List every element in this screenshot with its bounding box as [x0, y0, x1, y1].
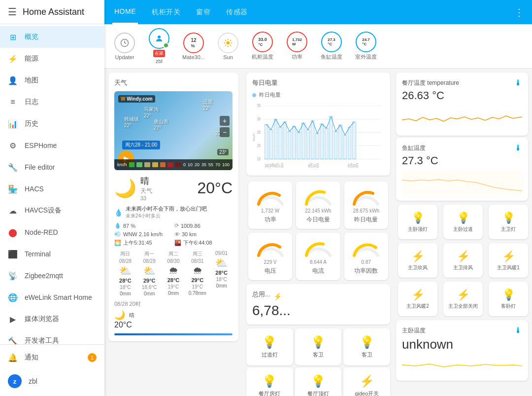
status-sun[interactable]: Sun — [216, 33, 240, 60]
dining-temp-title: 餐厅温度 temperature — [402, 79, 459, 87]
metric-current[interactable]: 8.644 A 电流 — [296, 233, 340, 280]
light-master-ceiling[interactable]: 💡 主卧顶灯 — [398, 205, 437, 239]
fc3-rain: 0.78mm — [189, 290, 206, 296]
guest-bath2-icon: 💡 — [360, 335, 374, 349]
dining-temp-value: 26.63 °C — [402, 89, 522, 102]
light-hallway[interactable]: 💡 过道灯 — [246, 328, 293, 365]
switch-master-heater1[interactable]: ⚡ 主卫风暖1 — [489, 243, 528, 278]
forecast-sub: 未来24小时多云 — [126, 213, 207, 219]
power-circle: 1,732W — [287, 32, 307, 52]
notifications-item[interactable]: 🔔 通知 1 — [0, 347, 104, 368]
light-guest-bath1[interactable]: 💡 客卫 — [295, 328, 342, 365]
switch-master-exhaust[interactable]: ⚡ 主卫排风 — [443, 243, 483, 278]
light-dining-roof[interactable]: 💡 餐厅顶灯 — [295, 367, 342, 396]
light-master-bath[interactable]: 💡 主卫灯 — [489, 205, 528, 239]
sidebar-item-ewelink[interactable]: 🌐 eWeLink Smart Home — [0, 287, 104, 308]
map-zoom-in[interactable]: + — [220, 116, 230, 126]
hamburger-icon[interactable]: ☰ — [8, 6, 17, 18]
status-updater[interactable]: Updater — [112, 33, 137, 60]
light-guest-bath2[interactable]: 💡 客卫 — [343, 328, 390, 365]
sidebar-item-log[interactable]: ≡ 日志 — [0, 91, 104, 113]
aqua-sparkline — [402, 170, 522, 195]
sidebar-item-devtools[interactable]: 🔨 开发者工具 — [0, 330, 104, 344]
outdoor-temp-circle: 24.7°C — [356, 32, 376, 52]
aqua-temp-title: 鱼缸温度 — [402, 144, 426, 152]
sidebar-label-terminal: Terminal — [25, 250, 51, 258]
forecast-day-0: 周日 08/28 ⛅ 28°C 18°C 0mm — [114, 251, 136, 296]
node-red-icon: ⬤ — [8, 227, 18, 237]
light-master-hall[interactable]: 💡 主卧过道 — [443, 205, 483, 239]
status-power[interactable]: 1,732W 功率 — [285, 32, 309, 61]
weather-icon: 🌙 — [114, 178, 136, 199]
light-guest-room[interactable]: 💡 客卧灯 — [489, 282, 528, 316]
svg-line-8 — [230, 45, 231, 46]
sidebar-item-energy[interactable]: ⚡ 能源 — [0, 48, 104, 70]
tab-curtain[interactable]: 窗帘 — [194, 0, 212, 24]
sidebar-item-map[interactable]: 👤 地图 — [0, 70, 104, 91]
map-zoom-out[interactable]: − — [220, 127, 230, 137]
status-aqua-temp[interactable]: 27.3°C 鱼缸温度 — [319, 32, 344, 61]
status-outdoor-temp[interactable]: 24.7°C 室外温度 — [354, 32, 378, 61]
status-mate30[interactable]: 12% Mate30... — [181, 33, 206, 60]
yesterday-gauge-wrap — [350, 186, 382, 206]
total-usage-value: 6,78... — [252, 303, 384, 319]
metric-yesterday-energy[interactable]: 28.675 kWh 昨日电量 — [344, 181, 388, 229]
fc2-low: 19°C — [168, 284, 179, 289]
forecast-text-wrap: 💧 未来两小时不会下雨，放心出门吧 未来24小时多云 — [114, 205, 233, 219]
sidebar-item-terminal[interactable]: ⬛ Terminal — [0, 243, 104, 265]
sidebar-item-havcs[interactable]: ☁ HAVCS设备 — [0, 200, 104, 221]
switch-master-heater2[interactable]: ⚡ 主卫风暖2 — [398, 282, 437, 316]
switch-master-all-off[interactable]: ⚡ 主卫全部关闭 — [443, 282, 483, 316]
wind-item: 💨 WNW 2.16 km/h — [114, 231, 172, 237]
fc4-icon: ⛅ — [215, 257, 228, 269]
weather-map[interactable]: W Windy.com 马家沟22° 迁里22° 韩城镇22° 唐山市27° 2… — [114, 91, 233, 170]
status-zbl[interactable]: 在家 zbl — [147, 28, 171, 64]
sidebar-item-hacs[interactable]: 🏪 HACS — [0, 178, 104, 200]
yesterday-gauge-label: 28.675 kWh — [353, 208, 379, 214]
topbar-menu-icon[interactable]: ⋮ — [514, 6, 524, 18]
switch-master-fan[interactable]: ⚡ 主卫吹风 — [398, 243, 437, 278]
master-temp-header: 主卧温度 🌡 — [402, 326, 522, 335]
power-gauge-svg — [255, 186, 286, 206]
today-label-text: 今日电量 — [306, 216, 330, 224]
svg-text:20: 20 — [257, 143, 261, 148]
master-exhaust-label: 主卫排风 — [453, 265, 473, 271]
master-ceiling-label: 主卧顶灯 — [408, 226, 428, 232]
sidebar-item-file-editor[interactable]: 🔧 File editor — [0, 156, 104, 178]
tab-cabinet[interactable]: 机柜开关 — [150, 0, 182, 24]
power-gauge-wrap — [255, 186, 286, 206]
forecast-text: 未来两小时不会下雨，放心出门吧 — [126, 205, 207, 213]
profile-item[interactable]: z zbl — [0, 368, 104, 394]
svg-text:15: 15 — [257, 156, 261, 161]
visibility-val: 30 km — [182, 231, 197, 237]
metric-today-energy[interactable]: 22.145 kWh 今日电量 — [296, 181, 340, 229]
sidebar-item-zigbee2mqtt[interactable]: 📡 Zigbee2mqtt — [0, 265, 104, 287]
wind-bar-label: km/h — [117, 162, 127, 167]
pressure-icon: ⟳ — [174, 222, 179, 229]
zbl-active-label: 在家 — [153, 50, 165, 57]
sidebar-item-media[interactable]: ▶ 媒体浏览器 — [0, 308, 104, 330]
energy-chart: 35 30 25 20 15 kwh — [252, 101, 384, 170]
sidebar-item-esphome[interactable]: ⚙ ESPHome — [0, 135, 104, 156]
sidebar-item-node-red[interactable]: ⬤ Node-RED — [0, 221, 104, 243]
status-cabinet-temp[interactable]: 33.0°C 机柜温度 — [250, 32, 275, 61]
tab-home[interactable]: HOME — [112, 0, 138, 24]
sidebar-label-hacs: HACS — [25, 185, 44, 193]
fc0-high: 28°C — [119, 278, 132, 284]
svg-rect-28 — [293, 126, 296, 159]
sidebar-item-history[interactable]: 📊 历史 — [0, 113, 104, 135]
metric-power-factor[interactable]: 0.87 功率因数 — [344, 233, 388, 280]
sidebar-item-overview[interactable]: ⊞ 概览 — [0, 26, 104, 48]
current-gauge-label: 8.644 A — [310, 259, 327, 265]
light-dining[interactable]: 💡 餐厅房灯 — [246, 367, 293, 396]
metric-power[interactable]: 1,732 W 功率 — [248, 181, 292, 229]
metric-voltage[interactable]: 229 V 电压 — [248, 233, 292, 280]
sidebar-label-media: 媒体浏览器 — [25, 315, 59, 324]
wind-val-100: 100 — [222, 162, 230, 167]
tab-sensor[interactable]: 传感器 — [224, 0, 250, 24]
switch-gideo[interactable]: ⚡ gideo开关 — [343, 367, 390, 396]
master-hall-label: 主卧过道 — [453, 226, 473, 232]
aqua-temp-card: 鱼缸温度 🌡 27.3 °C — [396, 138, 528, 201]
svg-rect-39 — [343, 135, 347, 159]
updater-circle — [114, 33, 135, 53]
